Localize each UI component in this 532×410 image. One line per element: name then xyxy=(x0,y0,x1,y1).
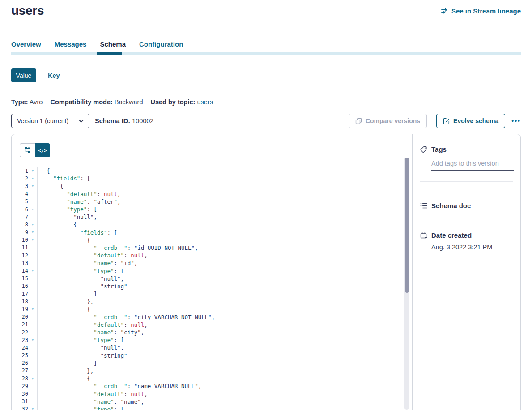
type-label: Type: xyxy=(11,98,28,106)
code-text: { xyxy=(37,375,412,382)
edit-icon xyxy=(443,118,450,124)
line-number: 28 xyxy=(12,376,28,382)
code-line: 20 "__crdb__": "city VARCHAR NOT NULL", xyxy=(12,313,412,321)
code-text: "type": [ xyxy=(37,205,412,213)
line-number: 22 xyxy=(12,329,28,336)
line-number: 18 xyxy=(12,299,28,305)
code-line: 32▾ "type": [ xyxy=(12,406,412,410)
line-number: 10 xyxy=(12,237,28,243)
code-line: 2▾ "fields": [ xyxy=(12,175,412,182)
tab-bar: Overview Messages Schema Configuration xyxy=(11,40,521,52)
code-line: 21 "default": null, xyxy=(12,321,412,329)
tab-configuration[interactable]: Configuration xyxy=(139,40,183,52)
code-line: 8▾ { xyxy=(12,221,412,228)
schema-id-value: 100002 xyxy=(132,117,153,124)
more-actions-button[interactable]: ••• xyxy=(511,117,521,124)
editor-scrollbar[interactable] xyxy=(404,158,409,410)
compare-versions-button[interactable]: Compare versions xyxy=(349,114,427,128)
line-number: 17 xyxy=(12,291,28,297)
compat-label: Compatibility mode: xyxy=(50,98,112,106)
sidebar-divider xyxy=(420,181,513,182)
page-title: users xyxy=(11,4,44,18)
code-line: 13 "name": "id", xyxy=(12,259,412,267)
topic-link[interactable]: users xyxy=(197,98,213,106)
code-view-icon: </> xyxy=(38,148,47,153)
compatibility-mode: Compatibility mode: Backward xyxy=(50,98,143,106)
fold-toggle-icon[interactable]: ▾ xyxy=(28,177,37,180)
schema-doc-header: Schema doc xyxy=(420,202,513,209)
tags-input[interactable] xyxy=(431,160,514,171)
scrollbar-thumb[interactable] xyxy=(405,158,409,293)
code-text: "default": null, xyxy=(37,390,412,397)
code-line: 24 "null", xyxy=(12,344,412,351)
code-text: }, xyxy=(37,298,412,305)
fold-toggle-icon[interactable]: ▾ xyxy=(28,231,37,234)
schema-page: users See in Stream lineage Overview Mes… xyxy=(0,0,532,410)
line-number: 12 xyxy=(12,252,28,259)
fold-toggle-icon[interactable]: ▾ xyxy=(28,308,37,311)
version-select[interactable]: Version 1 (current) xyxy=(11,114,89,128)
line-number: 32 xyxy=(12,406,28,410)
code-view-button[interactable]: </> xyxy=(35,143,50,157)
evolve-schema-button[interactable]: Evolve schema xyxy=(436,114,505,128)
fold-toggle-icon[interactable]: ▾ xyxy=(28,407,37,410)
line-number: 31 xyxy=(12,398,28,405)
code-line: 14▾ "type": [ xyxy=(12,267,412,274)
schema-actions: Compare versions Evolve schema ••• xyxy=(349,114,521,128)
tags-section-header: Tags xyxy=(420,145,513,153)
code-text: ] xyxy=(37,290,412,298)
tab-messages[interactable]: Messages xyxy=(55,40,87,52)
code-line: 26 ] xyxy=(12,359,412,367)
line-number: 19 xyxy=(12,306,28,312)
schema-meta-row: Type: Avro Compatibility mode: Backward … xyxy=(11,98,521,106)
fold-toggle-icon[interactable]: ▾ xyxy=(28,238,37,242)
line-number: 24 xyxy=(12,345,28,351)
see-in-stream-lineage-link[interactable]: See in Stream lineage xyxy=(441,7,521,15)
version-controls-row: Version 1 (current) Schema ID: 100002 Co… xyxy=(11,114,521,128)
date-created-header: Date created xyxy=(420,231,513,239)
code-line: 25 "string" xyxy=(12,352,412,359)
line-number: 7 xyxy=(12,214,28,220)
fold-toggle-icon[interactable]: ▾ xyxy=(28,184,37,188)
code-text: "fields": [ xyxy=(37,175,412,182)
version-select-value: Version 1 (current) xyxy=(17,117,68,124)
tab-schema[interactable]: Schema xyxy=(100,40,126,52)
compat-value: Backward xyxy=(115,98,143,106)
code-line: 17 ] xyxy=(12,290,412,298)
schema-type: Type: Avro xyxy=(11,98,43,106)
topic-label: Used by topic: xyxy=(150,98,195,106)
fold-toggle-icon[interactable]: ▾ xyxy=(28,377,37,380)
key-toggle-button[interactable]: Key xyxy=(48,72,60,79)
code-text: "name": "id", xyxy=(37,259,412,267)
type-value: Avro xyxy=(30,98,43,106)
code-line: 31 "name": "name", xyxy=(12,398,412,406)
code-text: "__crdb__": "city VARCHAR NOT NULL", xyxy=(37,313,412,321)
value-toggle-button[interactable]: Value xyxy=(11,68,36,82)
code-text: "null", xyxy=(37,275,412,282)
code-line: 7 "null", xyxy=(12,213,412,221)
tab-overview[interactable]: Overview xyxy=(11,40,41,52)
line-number: 29 xyxy=(12,383,28,389)
code-text: "string" xyxy=(37,282,412,290)
code-text: "__crdb__": "id UUID NOT NULL", xyxy=(37,244,412,252)
code-text: { xyxy=(37,167,412,175)
compare-versions-icon xyxy=(355,118,362,124)
line-number: 8 xyxy=(12,222,28,228)
page-header: users See in Stream lineage xyxy=(11,0,521,18)
code-line: 12 "default": null, xyxy=(12,252,412,259)
schema-id: Schema ID: 100002 xyxy=(95,117,153,124)
code-text: { xyxy=(37,182,412,190)
tree-view-button[interactable] xyxy=(20,143,35,157)
code-line: 19▾ { xyxy=(12,305,412,313)
code-text: "name": "name", xyxy=(37,398,412,406)
fold-toggle-icon[interactable]: ▾ xyxy=(28,338,37,342)
fold-toggle-icon[interactable]: ▾ xyxy=(28,208,37,211)
line-number: 15 xyxy=(12,275,28,282)
tag-icon xyxy=(420,146,427,153)
fold-toggle-icon[interactable]: ▾ xyxy=(28,223,37,226)
fold-toggle-icon[interactable]: ▾ xyxy=(28,169,37,173)
fold-toggle-icon[interactable]: ▾ xyxy=(28,269,37,273)
schema-info-sidebar: Tags Schema doc -- xyxy=(412,134,520,410)
code-text: "type": [ xyxy=(37,406,412,410)
date-created-value: Aug. 3 2022 3:21 PM xyxy=(431,243,513,251)
